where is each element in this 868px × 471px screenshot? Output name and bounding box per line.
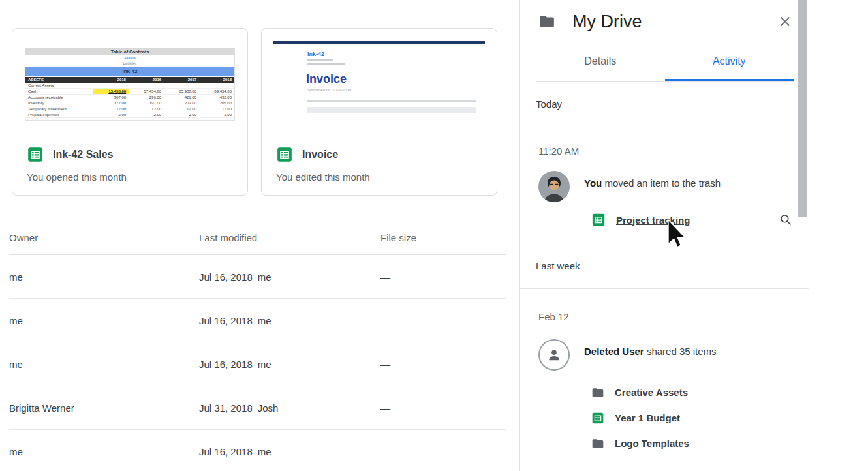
shared-item-year-1-budget[interactable]: Year 1 Budget bbox=[591, 405, 792, 431]
preview-link: Liabilities bbox=[25, 61, 234, 65]
preview-link: Assets bbox=[25, 56, 234, 61]
preview-toc-title: Table of Contents bbox=[25, 48, 234, 55]
activity-file-project-tracking[interactable]: Project tracking bbox=[591, 213, 792, 227]
last-modified-cell: Jul 31, 2018Josh bbox=[199, 403, 380, 414]
owner-cell: me bbox=[9, 271, 199, 282]
invoice-divider bbox=[307, 100, 476, 102]
owner-cell: me bbox=[9, 359, 199, 370]
panel-title: My Drive bbox=[572, 12, 642, 32]
shared-item-creative-assets[interactable]: Creative Assets bbox=[591, 380, 792, 405]
column-header-owner[interactable]: Owner bbox=[9, 232, 199, 243]
folder-icon bbox=[591, 386, 604, 399]
sheets-icon bbox=[591, 213, 606, 227]
file-size-cell: — bbox=[380, 359, 506, 370]
file-card-ink42-sales[interactable]: Table of Contents Assets Liabilities Ink… bbox=[12, 28, 248, 196]
preview-toc-links: Assets Liabilities bbox=[25, 56, 234, 65]
file-card-footer: Ink-42 Sales You opened this month bbox=[12, 140, 247, 183]
activity-entry-today: 11:20 AM You moved an item to the trash … bbox=[520, 127, 809, 243]
sheets-icon bbox=[591, 412, 604, 425]
file-thumbnail-spreadsheet: Table of Contents Assets Liabilities Ink… bbox=[12, 29, 247, 140]
file-thumbnail-invoice: Ink-42 Invoice Submitted on 01/09/2019 bbox=[262, 29, 497, 140]
activity-feed: Today 11:20 AM You moved an item to the … bbox=[520, 82, 809, 456]
preview-sheet-title: Ink-42 bbox=[25, 67, 234, 76]
activity-description: Deleted User shared 35 items bbox=[584, 344, 717, 371]
activity-entry-feb12: Feb 12 Deleted User shared 35 items Crea… bbox=[520, 289, 809, 456]
deleted-user-avatar bbox=[538, 339, 570, 371]
sheets-icon bbox=[276, 146, 293, 163]
file-row[interactable]: meJul 16, 2018me— bbox=[9, 299, 506, 342]
activity-description: You moved an item to the trash bbox=[584, 176, 721, 202]
last-modified-cell: Jul 16, 2018me bbox=[199, 315, 380, 326]
details-panel: My Drive Details Activity Today 11:20 AM… bbox=[519, 0, 809, 471]
file-row[interactable]: meJul 16, 2018me— bbox=[9, 430, 506, 471]
activity-action: moved an item to the trash bbox=[602, 177, 721, 189]
file-card-title: Invoice bbox=[302, 149, 338, 160]
drive-app: Table of Contents Assets Liabilities Ink… bbox=[0, 0, 868, 471]
shared-item-logo-templates[interactable]: Logo Templates bbox=[591, 431, 792, 456]
file-card-subtitle: You edited this month bbox=[276, 172, 482, 183]
owner-cell: me bbox=[9, 315, 199, 326]
scrollbar-thumb[interactable] bbox=[798, 0, 807, 217]
shared-item-label: Creative Assets bbox=[615, 387, 688, 398]
activity-actor: You bbox=[584, 177, 602, 189]
invoice-table-band bbox=[307, 107, 476, 113]
file-card-subtitle: You opened this month bbox=[27, 172, 233, 183]
panel-tabs: Details Activity bbox=[536, 43, 794, 82]
shared-item-label: Year 1 Budget bbox=[615, 412, 680, 423]
shared-item-label: Logo Templates bbox=[615, 438, 689, 449]
folder-icon bbox=[591, 437, 604, 450]
file-list-rows: meJul 16, 2018me—meJul 16, 2018me—meJul … bbox=[9, 255, 506, 471]
section-today: Today bbox=[520, 82, 809, 127]
invoice-company: Ink-42 bbox=[307, 51, 485, 57]
owner-cell: Brigitta Werner bbox=[9, 403, 199, 414]
spreadsheet-preview: Table of Contents Assets Liabilities Ink… bbox=[25, 48, 235, 121]
column-header-file-size[interactable]: File size bbox=[380, 232, 506, 243]
last-modified-cell: Jul 16, 2018me bbox=[199, 446, 380, 457]
last-modified-cell: Jul 16, 2018me bbox=[199, 359, 380, 370]
column-header-last-modified[interactable]: Last modified bbox=[199, 232, 380, 243]
search-icon[interactable] bbox=[779, 213, 792, 226]
tab-details[interactable]: Details bbox=[536, 43, 665, 81]
file-row[interactable]: meJul 16, 2018me— bbox=[9, 255, 506, 299]
owner-cell: me bbox=[9, 446, 199, 457]
file-card-footer: Invoice You edited this month bbox=[262, 140, 497, 183]
invoice-address-lines bbox=[273, 59, 485, 65]
file-list-header: Owner Last modified File size bbox=[9, 220, 506, 255]
activity-timestamp: 11:20 AM bbox=[538, 145, 792, 157]
invoice-title: Invoice bbox=[306, 72, 485, 86]
last-modified-cell: Jul 16, 2018me bbox=[199, 271, 380, 282]
activity-action: shared 35 items bbox=[644, 346, 717, 357]
file-row[interactable]: Brigitta WernerJul 31, 2018Josh— bbox=[9, 386, 506, 430]
panel-scrollbar[interactable] bbox=[798, 0, 807, 471]
file-card-title: Ink-42 Sales bbox=[53, 149, 114, 160]
suggested-files: Table of Contents Assets Liabilities Ink… bbox=[12, 28, 497, 196]
invoice-header-rule bbox=[273, 41, 485, 44]
section-last-week: Last week bbox=[520, 243, 809, 289]
preview-data-table: ASSETS2015201620172018Current AssetsCash… bbox=[25, 77, 234, 118]
tab-activity[interactable]: Activity bbox=[665, 43, 794, 81]
file-size-cell: — bbox=[380, 315, 506, 326]
invoice-submitted: Submitted on 01/09/2019 bbox=[307, 88, 485, 92]
file-card-invoice[interactable]: Ink-42 Invoice Submitted on 01/09/2019 bbox=[261, 28, 497, 196]
activity-date: Feb 12 bbox=[538, 311, 792, 322]
file-row[interactable]: meJul 16, 2018me— bbox=[9, 342, 506, 386]
folder-icon bbox=[538, 13, 555, 30]
file-list: Owner Last modified File size meJul 16, … bbox=[9, 220, 506, 471]
file-size-cell: — bbox=[380, 271, 506, 282]
user-avatar bbox=[538, 171, 570, 202]
activity-actor: Deleted User bbox=[584, 346, 644, 357]
panel-header: My Drive bbox=[520, 0, 809, 43]
main-content: Table of Contents Assets Liabilities Ink… bbox=[0, 0, 519, 471]
sheets-icon bbox=[27, 146, 44, 163]
invoice-preview: Ink-42 Invoice Submitted on 01/09/2019 bbox=[273, 41, 485, 127]
close-panel-button[interactable] bbox=[778, 14, 794, 29]
file-link[interactable]: Project tracking bbox=[616, 215, 690, 226]
file-size-cell: — bbox=[380, 403, 506, 414]
file-size-cell: — bbox=[380, 446, 506, 457]
